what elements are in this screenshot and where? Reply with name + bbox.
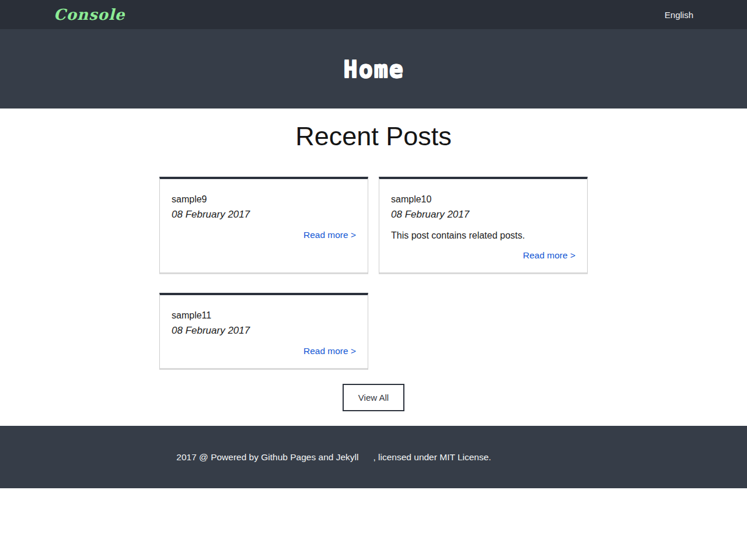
read-more-row: Read more > (172, 230, 356, 240)
post-title: sample10 (391, 194, 575, 205)
footer-text-prefix: 2017 @ Powered by (176, 452, 261, 462)
read-more-link[interactable]: Read more > (303, 346, 356, 356)
read-more-link[interactable]: Read more > (303, 230, 356, 240)
mit-license-link[interactable]: MIT License (439, 452, 488, 462)
main-content: Recent Posts sample9 08 February 2017 Re… (0, 123, 747, 411)
github-jekyll-link[interactable]: Github Pages and Jekyll (261, 452, 358, 462)
hero-page-title: Home (343, 55, 404, 82)
view-all-button[interactable]: View All (343, 384, 404, 411)
read-more-row: Read more > (391, 250, 575, 261)
read-more-row: Read more > (172, 346, 356, 356)
top-navbar: Console English (0, 0, 747, 29)
footer-text-licensed: , licensed under (373, 452, 439, 462)
post-card-sample10: sample10 08 February 2017 This post cont… (379, 177, 588, 274)
post-title: sample9 (172, 194, 356, 205)
view-all-container: View All (0, 384, 747, 411)
page: Console English Home Recent Posts sample… (0, 0, 747, 488)
site-logo[interactable]: Console (54, 6, 125, 23)
post-card-sample11: sample11 08 February 2017 Read more > (159, 293, 368, 370)
post-excerpt: This post contains related posts. (391, 230, 575, 241)
navbar-container: Console English (0, 0, 747, 29)
hero-banner: Home (0, 29, 747, 108)
post-date: 08 February 2017 (391, 209, 575, 220)
post-card-sample9: sample9 08 February 2017 Read more > (159, 177, 368, 274)
footer-text-period: . (488, 452, 491, 462)
read-more-link[interactable]: Read more > (523, 250, 575, 260)
posts-grid: sample9 08 February 2017 Read more > sam… (159, 177, 588, 370)
post-date: 08 February 2017 (172, 209, 356, 220)
language-selector[interactable]: English (665, 10, 693, 20)
footer: 2017 @ Powered by Github Pages and Jekyl… (0, 426, 747, 488)
recent-posts-heading: Recent Posts (0, 123, 747, 150)
post-date: 08 February 2017 (172, 325, 356, 337)
footer-credits: 2017 @ Powered by Github Pages and Jekyl… (176, 452, 491, 463)
post-title: sample11 (172, 310, 356, 321)
